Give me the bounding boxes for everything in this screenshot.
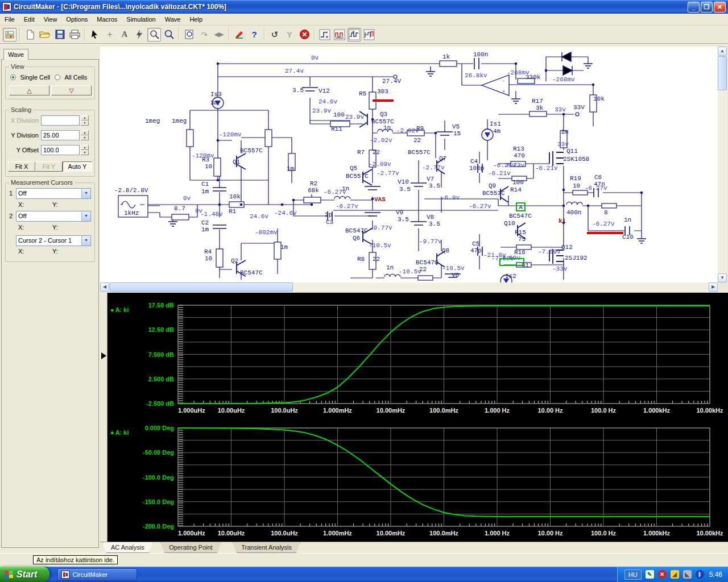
radio-off-icon[interactable] — [55, 74, 60, 80]
clock[interactable]: 5:46 — [709, 571, 722, 579]
menu-bar: FileEditViewOptionsMacrosSimulationWaveH… — [0, 14, 728, 26]
help-icon[interactable]: ? — [247, 28, 261, 41]
schematic-label: R15 — [515, 229, 526, 236]
menu-help[interactable]: Help — [185, 14, 207, 24]
print-icon[interactable] — [68, 28, 81, 41]
schematic-label: R14 — [510, 186, 522, 193]
menu-wave[interactable]: Wave — [160, 14, 185, 24]
schematic-label: -7.59v — [538, 248, 561, 255]
vscroll-thumb[interactable] — [718, 56, 727, 90]
toolbar: + A ↷ ◀▶ ? ↺ Y — [0, 26, 728, 44]
schematic-label: 3.5 — [429, 221, 440, 227]
view-group: View Single Cell All Cells △ ▽ — [5, 66, 95, 99]
cell-up-button[interactable]: △ — [9, 85, 49, 95]
task-label: CircuitMaker — [72, 571, 107, 578]
menu-simulation[interactable]: Simulation — [122, 14, 160, 24]
language-indicator[interactable]: HU — [624, 569, 642, 580]
schematic-label: Q10 — [504, 220, 515, 227]
chevron-down-icon[interactable]: ▼ — [81, 236, 90, 246]
taskbar-circuitmaker-button[interactable]: CircuitMaker — [57, 568, 137, 581]
schematic-vscrollbar[interactable]: ▲ ▼ — [718, 47, 727, 282]
schematic-label: 10 — [573, 182, 580, 189]
tab-wave[interactable]: Wave — [3, 49, 28, 60]
cursor2-select[interactable]: Off ▼ — [16, 211, 91, 222]
menu-macros[interactable]: Macros — [92, 14, 122, 24]
schematic-label: BC547C — [345, 227, 368, 234]
stop-simulation-icon[interactable] — [297, 28, 311, 41]
chevron-down-icon[interactable]: ▼ — [81, 189, 90, 198]
ac-gain-plot[interactable]: 17.50 dB12.50 dB7.500 dB2.500 dB-2.500 d… — [100, 293, 728, 418]
schematic-label: 100 — [333, 111, 345, 118]
run-lightning-icon[interactable] — [133, 28, 146, 41]
y-division-spinner[interactable]: ▲▼ — [81, 130, 89, 140]
chevron-down-icon[interactable]: ▼ — [81, 211, 90, 221]
fit-x-button[interactable]: Fit X — [8, 161, 35, 172]
select-arrow-icon[interactable] — [88, 28, 102, 41]
parts-browser-button[interactable] — [3, 28, 16, 41]
green-probe-marker: A — [516, 202, 526, 211]
ac-phase-plot[interactable]: 0.000 Deg-50.00 Deg-100.0 Deg-150.0 Deg-… — [100, 415, 728, 542]
wire-plus-icon[interactable]: + — [103, 28, 117, 41]
scope-step-icon[interactable] — [318, 28, 332, 41]
tab-operating-point[interactable]: Operating Point — [160, 542, 221, 553]
menu-file[interactable]: File — [0, 14, 19, 24]
reset-undo-icon[interactable]: ↺ — [268, 28, 282, 41]
minimize-button[interactable]: _ — [688, 2, 700, 13]
text-tool-icon[interactable]: A — [118, 28, 131, 41]
schematic-canvas[interactable]: - + — [100, 47, 718, 282]
scope-square-icon[interactable] — [333, 28, 346, 41]
wrench-icon[interactable]: Y — [283, 28, 296, 41]
cursor2-x-label: X: — [18, 224, 24, 231]
windows-flag-icon — [5, 571, 14, 579]
rotate-icon[interactable]: ↷ — [197, 28, 211, 41]
svg-text:100.0uHz: 100.0uHz — [271, 530, 298, 537]
radio-on-icon[interactable] — [10, 74, 16, 80]
preview-doc-icon[interactable] — [183, 28, 196, 41]
auto-y-button[interactable]: Auto Y — [63, 161, 92, 172]
cursor1-select[interactable]: Off ▼ — [16, 188, 91, 199]
start-button[interactable]: Start — [0, 567, 49, 582]
cursor-diff-select[interactable]: Cursor 2 - Cursor 1 ▼ — [16, 235, 91, 246]
scope-mixed-icon[interactable] — [362, 28, 376, 41]
bluetooth-tray-icon[interactable]: ᛒ — [696, 570, 704, 579]
single-cell-radio[interactable]: Single Cell — [10, 72, 50, 82]
all-cells-radio[interactable]: All Cells — [55, 72, 87, 82]
x-division-spinner[interactable]: ▲▼ — [81, 115, 89, 126]
y-offset-spinner[interactable]: ▲▼ — [81, 145, 89, 155]
scroll-up-icon[interactable]: ▲ — [718, 47, 727, 56]
y-offset-input[interactable] — [41, 145, 80, 155]
schematic-label: C6 — [594, 174, 602, 181]
scroll-right-icon[interactable]: ▶ — [709, 282, 718, 292]
probe-edit-icon[interactable] — [233, 28, 246, 41]
open-file-icon[interactable] — [38, 28, 52, 41]
save-file-icon[interactable] — [53, 28, 67, 41]
menu-edit[interactable]: Edit — [19, 14, 39, 24]
schematic-label: Is1 — [490, 120, 501, 127]
split-view-icon[interactable]: ◀▶ — [212, 28, 226, 41]
scroll-down-icon[interactable]: ▼ — [718, 273, 727, 282]
close-button[interactable]: ✕ — [714, 2, 726, 13]
cell-down-button[interactable]: ▽ — [51, 85, 92, 95]
svg-text:1.000mHz: 1.000mHz — [323, 407, 352, 414]
new-file-icon[interactable] — [23, 28, 37, 41]
tab-transient-analysis[interactable]: Transient Analysis — [233, 542, 300, 553]
x-division-input[interactable] — [41, 115, 80, 126]
y-division-input[interactable] — [41, 130, 80, 140]
scope-pulse-icon[interactable] — [348, 28, 361, 41]
audio-device-tray-icon[interactable]: ◣ — [683, 570, 692, 579]
scroll-left-icon[interactable]: ◀ — [100, 282, 109, 292]
zoom-lens-icon[interactable] — [162, 28, 176, 41]
toolbar-separator — [264, 28, 265, 41]
status-bar: Az indításhoz kattintson ide. — [0, 553, 728, 567]
menu-view[interactable]: View — [39, 14, 62, 24]
tablet-settings-tray-icon[interactable]: ✎ — [646, 570, 654, 579]
restore-button[interactable]: ❐ — [701, 2, 713, 13]
hscroll-thumb[interactable] — [110, 282, 293, 292]
menu-options[interactable]: Options — [61, 14, 92, 24]
zoom-area-icon[interactable] — [147, 28, 161, 41]
tab-ac-analysis[interactable]: AC Analysis — [102, 542, 153, 553]
schematic-hscrollbar[interactable]: ◀ ▶ — [100, 282, 718, 292]
volume-tray-icon[interactable]: ◢ — [671, 570, 679, 579]
security-alert-tray-icon[interactable]: ✕ — [658, 570, 667, 579]
fit-y-button[interactable]: Fit Y — [35, 161, 63, 172]
